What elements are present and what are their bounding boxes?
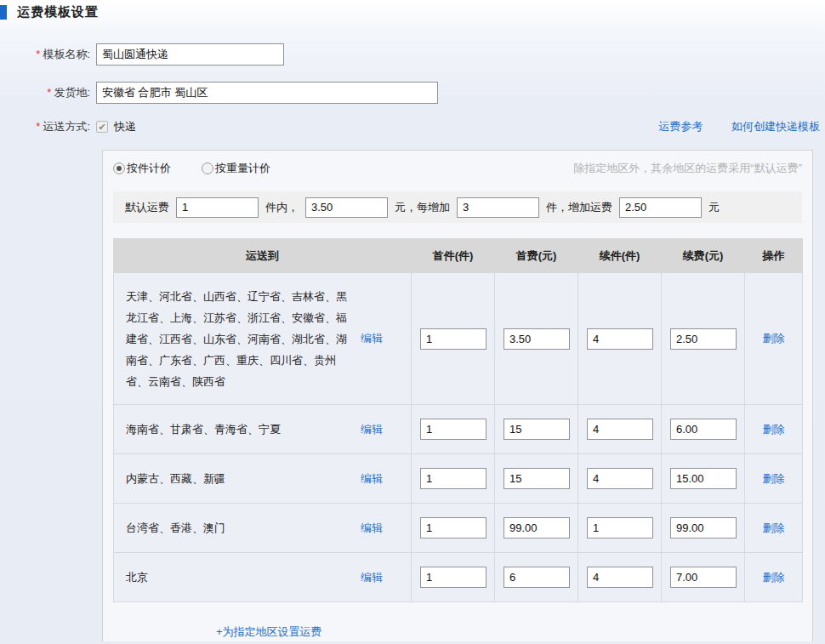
add-region-row: +为指定地区设置运费 [216,624,802,640]
page-title: 运费模板设置 [17,4,99,20]
next-fee-input[interactable] [670,517,737,539]
region-list: 台湾省、香港、澳门 [126,517,349,539]
template-name-label: *模板名称: [0,47,96,62]
shipping-template-form: *模板名称: *发货地: *运送方式: ✔ 快递 运费参考 如何创建快递模板 [0,43,825,134]
delete-link[interactable]: 删除 [763,332,785,345]
table-row: 内蒙古、西藏、新疆 编辑 删除 [114,454,803,504]
price-by-weight-label: 按重量计价 [215,161,270,176]
delete-link[interactable]: 删除 [763,472,785,485]
next-qty-input[interactable] [587,328,653,350]
next-fee-input[interactable] [670,328,737,350]
next-qty-input[interactable] [587,419,653,440]
default-fee-note: 除指定地区外，其余地区的运费采用“默认运费” [573,161,802,176]
title-accent-bar-icon [0,5,7,20]
default-within-qty-input[interactable] [176,197,259,218]
express-checkbox-checked-icon[interactable]: ✔ [96,121,108,133]
express-checkbox-label: 快递 [114,119,136,134]
required-asterisk: * [36,120,40,133]
region-fee-table: 运送到 首件(件) 首费(元) 续件(件) 续费(元) 操作 天津、河北省、山西… [113,238,803,602]
col-header-next-fee: 续费(元) [662,239,745,273]
radio-unselected-icon[interactable] [202,162,213,174]
ship-method-label: *运送方式: [0,119,96,134]
delete-link[interactable]: 删除 [763,521,785,534]
first-fee-input[interactable] [504,517,570,539]
help-links: 运费参考 如何创建快递模板 [633,119,825,134]
next-fee-input[interactable] [670,419,737,440]
table-row: 台湾省、香港、澳门 编辑 删除 [114,504,803,553]
table-row: 海南省、甘肃省、青海省、宁夏 编辑 删除 [114,405,803,454]
next-qty-input[interactable] [587,468,653,489]
col-header-first-qty: 首件(件) [412,239,495,273]
first-fee-input[interactable] [504,419,570,440]
default-every-qty-input[interactable] [457,197,539,218]
edit-link[interactable]: 编辑 [361,471,383,487]
table-row: 北京 编辑 删除 [114,553,803,602]
add-region-fee-link[interactable]: +为指定地区设置运费 [216,625,322,638]
ship-method-row: *运送方式: ✔ 快递 运费参考 如何创建快递模板 [0,120,825,134]
table-header-row: 运送到 首件(件) 首费(元) 续件(件) 续费(元) 操作 [114,239,803,273]
delete-link[interactable]: 删除 [763,423,785,436]
default-fee-bar: 默认运费 件内， 元，每增加 件，增加运费 元 [113,191,802,223]
region-list: 天津、河北省、山西省、辽宁省、吉林省、黑龙江省、上海、江苏省、浙江省、安徽省、福… [126,286,349,392]
col-header-actions: 操作 [745,239,803,273]
next-qty-input[interactable] [587,517,653,539]
pricing-mode-row: 按件计价 按重量计价 除指定地区外，其余地区的运费采用“默认运费” [113,161,802,176]
ship-from-row: *发货地: [0,82,825,104]
freight-reference-link[interactable]: 运费参考 [658,120,703,133]
first-qty-input[interactable] [420,517,486,539]
required-asterisk: * [36,48,40,60]
required-asterisk: * [47,86,51,99]
edit-link[interactable]: 编辑 [361,570,383,585]
first-fee-input[interactable] [504,468,570,489]
ship-from-input[interactable] [96,82,438,104]
radio-selected-icon[interactable] [113,162,125,174]
region-list: 内蒙古、西藏、新疆 [126,468,349,489]
default-add-fee-suffix: 元 [708,200,720,215]
default-within-suffix: 件内， [265,200,299,215]
default-fee-suffix: 元，每增加 [395,200,450,215]
first-fee-input[interactable] [504,567,570,588]
ship-from-label: *发货地: [0,85,96,100]
first-qty-input[interactable] [420,468,486,489]
first-qty-input[interactable] [420,567,486,588]
first-fee-input[interactable] [504,328,570,350]
next-fee-input[interactable] [670,567,737,588]
express-pricing-panel: 按件计价 按重量计价 除指定地区外，其余地区的运费采用“默认运费” 默认运费 件… [102,150,813,641]
delete-link[interactable]: 删除 [763,571,785,584]
template-name-input[interactable] [96,43,284,66]
edit-link[interactable]: 编辑 [361,331,383,346]
price-by-weight-option[interactable]: 按重量计价 [202,161,270,176]
default-fee-prefix: 默认运费 [125,200,169,215]
price-by-piece-option[interactable]: 按件计价 [113,161,171,176]
default-every-suffix: 件，增加运费 [546,200,612,215]
page-header: 运费模板设置 [0,0,825,20]
col-header-first-fee: 首费(元) [495,239,578,273]
col-header-ship-to: 运送到 [114,239,412,273]
how-to-create-template-link[interactable]: 如何创建快递模板 [731,120,820,133]
default-fee-input[interactable] [305,197,388,218]
region-list: 海南省、甘肃省、青海省、宁夏 [126,419,349,440]
edit-link[interactable]: 编辑 [361,521,383,536]
price-by-piece-label: 按件计价 [127,161,171,176]
edit-link[interactable]: 编辑 [361,422,383,437]
next-qty-input[interactable] [587,567,653,588]
table-row: 天津、河北省、山西省、辽宁省、吉林省、黑龙江省、上海、江苏省、浙江省、安徽省、福… [114,273,803,405]
default-add-fee-input[interactable] [619,197,702,218]
region-list: 北京 [126,567,349,588]
first-qty-input[interactable] [420,328,486,350]
template-name-row: *模板名称: [0,43,825,66]
first-qty-input[interactable] [420,419,486,440]
next-fee-input[interactable] [670,468,737,489]
col-header-next-qty: 续件(件) [578,239,662,273]
